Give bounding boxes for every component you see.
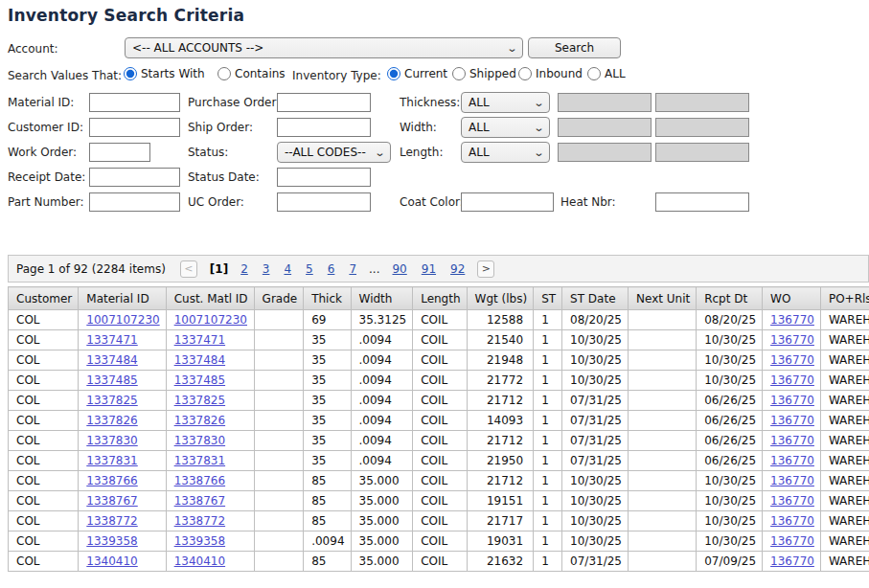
radio-inbound[interactable]: Inbound	[518, 67, 583, 80]
radio-current[interactable]: Current	[387, 67, 447, 80]
work-order-input[interactable]	[89, 143, 150, 162]
purchase-order-input[interactable]	[277, 93, 371, 112]
page-link-91[interactable]: 91	[422, 262, 436, 276]
cell-material-id: 1337485	[79, 371, 166, 391]
thickness-select[interactable]: ALL ⌄	[461, 92, 550, 113]
wo-link[interactable]: 136770	[770, 313, 814, 327]
next-page-button[interactable]: >	[477, 260, 494, 278]
cust-matl-id-link[interactable]: 1337826	[174, 414, 225, 427]
prev-page-button[interactable]: <	[180, 260, 197, 278]
cell-grade	[254, 471, 304, 491]
material-id-link[interactable]: 1337485	[86, 373, 137, 387]
material-id-link[interactable]: 1337471	[86, 333, 137, 347]
pager-trailing-pages: 909192	[392, 262, 465, 276]
radio-all[interactable]: ALL	[587, 67, 626, 80]
cust-matl-id-link[interactable]: 1340410	[174, 554, 225, 568]
page-link-7[interactable]: 7	[349, 262, 356, 276]
cust-matl-id-link[interactable]: 1337485	[174, 373, 225, 387]
cust-matl-id-link[interactable]: 1337471	[174, 333, 225, 347]
material-id-link[interactable]: 1338766	[86, 474, 137, 487]
wo-link[interactable]: 136770	[770, 333, 814, 347]
wo-link[interactable]: 136770	[770, 494, 814, 508]
wo-link[interactable]: 136770	[770, 353, 814, 367]
wo-link[interactable]: 136770	[770, 514, 814, 528]
length-select[interactable]: ALL ⌄	[461, 142, 550, 163]
material-id-link[interactable]: 1007107230	[86, 313, 159, 327]
wo-link[interactable]: 136770	[770, 554, 814, 568]
cust-matl-id-link[interactable]: 1338766	[174, 474, 225, 487]
material-id-link[interactable]: 1340410	[86, 554, 137, 568]
material-id-link[interactable]: 1337831	[86, 454, 137, 467]
width-select[interactable]: ALL ⌄	[461, 117, 550, 138]
uc-order-input[interactable]	[277, 192, 371, 212]
wo-link[interactable]: 136770	[770, 394, 814, 407]
cell-width: .0094	[351, 330, 413, 351]
material-id-link[interactable]: 1337826	[86, 414, 137, 427]
radio-starts-with[interactable]: Starts With	[124, 67, 205, 80]
cell-st-date: 10/30/25	[562, 491, 629, 511]
radio-contains[interactable]: Contains	[217, 67, 286, 80]
status-date-input[interactable]	[277, 168, 371, 187]
material-id-link[interactable]: 1339358	[86, 534, 137, 548]
cell-rcpt-dt: 06/26/25	[697, 431, 763, 451]
cell-next-unit	[628, 451, 696, 471]
radio-shipped[interactable]: Shipped	[452, 67, 516, 80]
coat-color-input[interactable]	[461, 192, 554, 212]
wo-link[interactable]: 136770	[770, 373, 814, 387]
wo-link[interactable]: 136770	[770, 474, 814, 487]
cust-matl-id-link[interactable]: 1338772	[174, 514, 225, 528]
customer-id-input[interactable]	[89, 118, 180, 137]
wo-link[interactable]: 136770	[770, 534, 814, 548]
cell-cust-matl-id: 1337471	[166, 330, 254, 351]
page-link-6[interactable]: 6	[328, 262, 335, 276]
cell-wgt-lbs: 19031	[467, 531, 534, 552]
table-row: COL1337831133783135.0094COIL21950107/31/…	[9, 451, 869, 471]
cell-cust-matl-id: 1337830	[166, 431, 254, 451]
page-link-4[interactable]: 4	[284, 262, 291, 276]
pager-summary: Page 1 of 92 (2284 items)	[16, 262, 166, 276]
cell-customer: COL	[9, 371, 79, 391]
cust-matl-id-link[interactable]: 1337830	[174, 434, 225, 447]
cell-st-date: 07/31/25	[562, 411, 629, 431]
page-link-92[interactable]: 92	[450, 262, 465, 276]
status-select[interactable]: --ALL CODES-- ⌄	[277, 142, 391, 163]
receipt-date-input[interactable]	[89, 168, 180, 187]
cust-matl-id-link[interactable]: 1338767	[174, 494, 225, 508]
material-id-link[interactable]: 1337825	[86, 394, 137, 407]
cell-rcpt-dt: 08/20/25	[697, 310, 763, 330]
search-button[interactable]: Search	[528, 37, 621, 58]
wo-link[interactable]: 136770	[770, 434, 814, 447]
cell-thick: 35	[304, 351, 351, 371]
heat-nbr-input[interactable]	[655, 192, 749, 212]
cust-matl-id-link[interactable]: 1007107230	[174, 313, 247, 327]
wo-link[interactable]: 136770	[770, 414, 814, 427]
material-id-input[interactable]	[89, 93, 180, 112]
cell-cust-matl-id: 1337485	[166, 371, 254, 391]
cust-matl-id-link[interactable]: 1339358	[174, 534, 225, 548]
cust-matl-id-link[interactable]: 1337831	[174, 454, 225, 467]
page-link-3[interactable]: 3	[263, 262, 270, 276]
cell-length: COIL	[413, 511, 467, 531]
material-id-link[interactable]: 1337484	[86, 353, 137, 367]
cell-rcpt-dt: 10/30/25	[697, 491, 763, 511]
page-link-2[interactable]: 2	[240, 262, 248, 276]
cell-width: 35.000	[351, 491, 413, 511]
page-link-90[interactable]: 90	[392, 262, 406, 276]
cell-width: .0094	[351, 451, 413, 471]
cell-length: COIL	[413, 451, 467, 471]
material-id-link[interactable]: 1337830	[86, 434, 137, 447]
part-number-input[interactable]	[89, 192, 180, 212]
cust-matl-id-link[interactable]: 1337825	[174, 394, 225, 407]
wo-link[interactable]: 136770	[770, 454, 814, 467]
cell-length: COIL	[413, 330, 467, 351]
cell-po-rlse: WAREHOUSE	[820, 310, 869, 330]
account-select[interactable]: <-- ALL ACCOUNTS --> ⌄	[125, 37, 523, 58]
page-link-5[interactable]: 5	[306, 262, 313, 276]
material-id-link[interactable]: 1338767	[86, 494, 137, 508]
material-id-link[interactable]: 1338772	[86, 514, 137, 528]
cust-matl-id-link[interactable]: 1337484	[174, 353, 225, 367]
cell-wgt-lbs: 21712	[467, 431, 534, 451]
cell-width: 35.000	[351, 531, 413, 552]
cell-customer: COL	[9, 330, 79, 351]
ship-order-input[interactable]	[277, 118, 371, 137]
